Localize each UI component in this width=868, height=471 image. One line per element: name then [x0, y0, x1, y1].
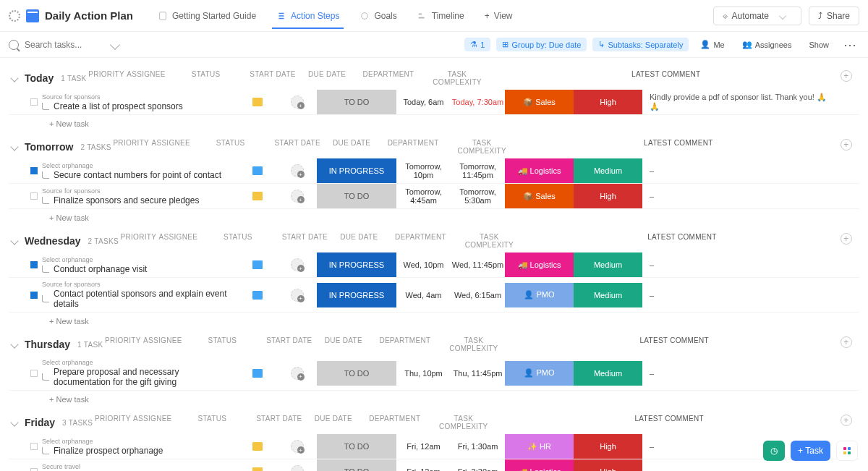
- task-row[interactable]: Select orphanage Secure contact numbers …: [9, 158, 859, 184]
- comment-cell[interactable]: –: [642, 291, 841, 300]
- assignee-cell[interactable]: [277, 96, 317, 109]
- department-cell[interactable]: 📦 Sales: [505, 90, 574, 114]
- status-square[interactable]: [30, 167, 38, 174]
- assignees-chip[interactable]: 👥Assignees: [736, 38, 798, 51]
- filter-chip[interactable]: ⚗1: [464, 38, 490, 51]
- add-column[interactable]: +: [841, 233, 859, 249]
- subtasks-chip[interactable]: ↳Subtasks: Separately: [592, 38, 689, 51]
- tab-goals[interactable]: Goals: [349, 4, 407, 28]
- tab-action-steps[interactable]: Action Steps: [266, 4, 349, 28]
- tab-add-view[interactable]: + View: [475, 4, 523, 28]
- share-button[interactable]: ⤴ Share: [809, 7, 859, 25]
- priority-cell[interactable]: [237, 166, 277, 175]
- status-cell[interactable]: TO DO: [317, 459, 396, 471]
- status-square[interactable]: [30, 468, 38, 471]
- due-date-cell[interactable]: Thu, 11:45pm: [451, 369, 505, 378]
- complexity-cell[interactable]: Medium: [574, 253, 642, 277]
- start-date-cell[interactable]: Tomorrow, 10pm: [396, 162, 451, 179]
- assignee-cell[interactable]: [277, 289, 317, 302]
- add-column[interactable]: +: [841, 415, 859, 430]
- task-row[interactable]: Select orphanage Conduct orphanage visit…: [9, 253, 859, 278]
- new-task-fab[interactable]: + Task: [791, 441, 830, 461]
- group-header[interactable]: Friday 3 TASKS PRIORITY ASSIGNEE STATUS …: [9, 411, 859, 434]
- task-row[interactable]: Select orphanage Prepare proposal and ne…: [9, 356, 859, 391]
- complexity-cell[interactable]: Medium: [574, 361, 642, 386]
- complexity-cell[interactable]: High: [574, 90, 642, 114]
- department-cell[interactable]: 🚚 Logistics: [505, 459, 574, 471]
- comment-cell[interactable]: –: [642, 166, 841, 175]
- priority-cell[interactable]: [237, 369, 277, 378]
- start-date-cell[interactable]: Wed, 10pm: [396, 260, 451, 269]
- comment-cell[interactable]: Kindly provide a pdf of sponsor list. Th…: [642, 93, 841, 111]
- department-cell[interactable]: 🚚 Logistics: [505, 253, 574, 277]
- status-square[interactable]: [30, 292, 38, 299]
- start-date-cell[interactable]: Today, 6am: [396, 98, 451, 106]
- priority-cell[interactable]: [237, 192, 277, 200]
- group-header[interactable]: Thursday 1 TASK PRIORITY ASSIGNEE STATUS…: [9, 333, 859, 356]
- task-row[interactable]: Source for sponsors Finalize sponsors an…: [9, 184, 859, 209]
- automate-button[interactable]: ⟐ Automate: [713, 7, 801, 25]
- status-square[interactable]: [30, 98, 38, 106]
- priority-cell[interactable]: [237, 291, 277, 300]
- start-date-cell[interactable]: Fri, 12am: [396, 467, 451, 471]
- status-cell[interactable]: TO DO: [317, 434, 396, 459]
- due-date-cell[interactable]: Tomorrow, 11:45pm: [451, 162, 505, 179]
- assignee-cell[interactable]: [277, 440, 317, 453]
- complexity-cell[interactable]: High: [574, 459, 642, 471]
- status-square[interactable]: [30, 443, 38, 450]
- complexity-cell[interactable]: Medium: [574, 283, 642, 307]
- group-header[interactable]: Today 1 TASK PRIORITY ASSIGNEE STATUS ST…: [9, 67, 859, 90]
- new-task-button[interactable]: + New task: [9, 391, 859, 405]
- complexity-cell[interactable]: High: [574, 184, 642, 208]
- priority-cell[interactable]: [237, 442, 277, 451]
- start-date-cell[interactable]: Fri, 12am: [396, 442, 451, 451]
- start-date-cell[interactable]: Thu, 10pm: [396, 369, 451, 378]
- due-date-cell[interactable]: Today, 7:30am: [451, 98, 505, 106]
- status-cell[interactable]: TO DO: [317, 184, 396, 208]
- status-cell[interactable]: TO DO: [317, 361, 396, 386]
- assignee-cell[interactable]: [277, 367, 317, 380]
- department-cell[interactable]: 🚚 Logistics: [505, 158, 574, 183]
- priority-cell[interactable]: [237, 98, 277, 106]
- complexity-cell[interactable]: High: [574, 434, 642, 459]
- status-square[interactable]: [30, 192, 38, 200]
- add-column[interactable]: +: [841, 70, 859, 86]
- assignee-cell[interactable]: [277, 190, 317, 203]
- timer-fab[interactable]: ◷: [763, 441, 785, 461]
- priority-cell[interactable]: [237, 260, 277, 269]
- tab-timeline[interactable]: Timeline: [407, 4, 475, 28]
- priority-cell[interactable]: [237, 467, 277, 471]
- comment-cell[interactable]: –: [642, 260, 841, 269]
- new-task-button[interactable]: + New task: [9, 313, 859, 327]
- assignee-cell[interactable]: [277, 465, 317, 471]
- assignee-cell[interactable]: [277, 164, 317, 177]
- group-header[interactable]: Tomorrow 2 TASKS PRIORITY ASSIGNEE STATU…: [9, 135, 859, 158]
- department-cell[interactable]: 👤 PMO: [505, 361, 574, 386]
- comment-cell[interactable]: –: [642, 192, 841, 200]
- more-menu[interactable]: ⋯: [841, 37, 859, 53]
- complexity-cell[interactable]: Medium: [574, 158, 642, 183]
- show-chip[interactable]: Show: [803, 38, 835, 51]
- group-header[interactable]: Wednesday 2 TASKS PRIORITY ASSIGNEE STAT…: [9, 229, 859, 253]
- comment-cell[interactable]: –: [642, 467, 841, 471]
- add-column[interactable]: +: [841, 336, 859, 352]
- assignee-cell[interactable]: [277, 258, 317, 271]
- groupby-chip[interactable]: ⊞Group by: Due date: [496, 38, 587, 51]
- workspace-icon[interactable]: [9, 10, 20, 22]
- department-cell[interactable]: 👤 PMO: [505, 283, 574, 307]
- status-cell[interactable]: IN PROGRESS: [317, 283, 396, 307]
- status-cell[interactable]: IN PROGRESS: [317, 158, 396, 183]
- new-task-button[interactable]: + New task: [9, 115, 859, 130]
- comment-cell[interactable]: –: [642, 369, 841, 378]
- tab-getting-started[interactable]: Getting Started Guide: [148, 4, 266, 28]
- status-cell[interactable]: IN PROGRESS: [317, 253, 396, 277]
- chevron-down-icon[interactable]: [110, 39, 120, 49]
- search-input[interactable]: [19, 37, 106, 53]
- task-row[interactable]: Secure travel Create a list of potential…: [9, 459, 859, 471]
- task-row[interactable]: Select orphanage Finalize prospect orpha…: [9, 434, 859, 459]
- start-date-cell[interactable]: Wed, 4am: [396, 291, 451, 300]
- status-square[interactable]: [30, 370, 38, 377]
- start-date-cell[interactable]: Tomorrow, 4:45am: [396, 187, 451, 205]
- due-date-cell[interactable]: Wed, 11:45pm: [451, 260, 505, 269]
- new-task-button[interactable]: + New task: [9, 209, 859, 224]
